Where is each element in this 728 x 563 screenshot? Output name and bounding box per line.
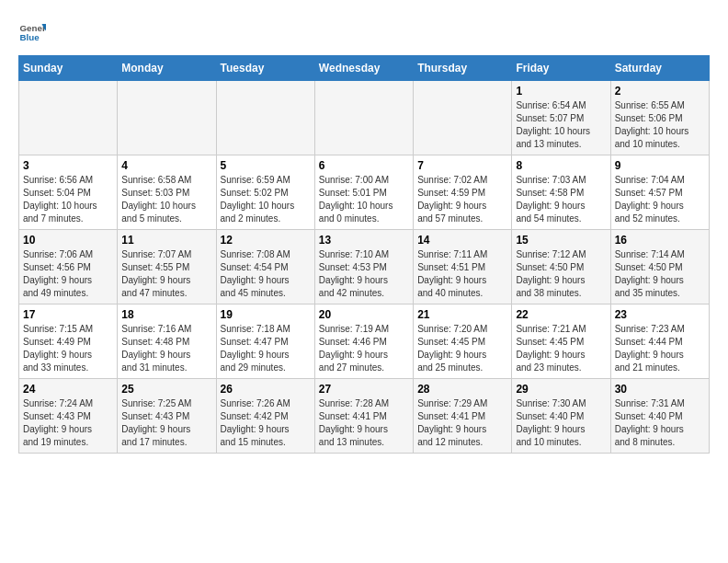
day-info: Sunrise: 6:55 AM Sunset: 5:06 PM Dayligh… (615, 99, 705, 151)
calendar-cell: 25Sunrise: 7:25 AM Sunset: 4:43 PM Dayli… (118, 379, 216, 454)
header-day: Tuesday (216, 56, 314, 81)
day-info: Sunrise: 7:28 AM Sunset: 4:41 PM Dayligh… (319, 397, 409, 449)
header-row: SundayMondayTuesdayWednesdayThursdayFrid… (19, 56, 710, 81)
calendar-cell: 5Sunrise: 6:59 AM Sunset: 5:02 PM Daylig… (216, 155, 314, 230)
calendar-cell: 13Sunrise: 7:10 AM Sunset: 4:53 PM Dayli… (314, 230, 413, 304)
day-info: Sunrise: 7:03 AM Sunset: 4:58 PM Dayligh… (516, 174, 606, 225)
day-info: Sunrise: 7:31 AM Sunset: 4:40 PM Dayligh… (615, 397, 705, 449)
day-number: 29 (516, 383, 606, 396)
calendar-cell: 24Sunrise: 7:24 AM Sunset: 4:43 PM Dayli… (19, 379, 118, 454)
logo-icon: General Blue (18, 18, 46, 46)
calendar-cell: 17Sunrise: 7:15 AM Sunset: 4:49 PM Dayli… (19, 304, 118, 379)
day-number: 9 (615, 159, 705, 172)
day-number: 1 (516, 85, 606, 98)
calendar-header: SundayMondayTuesdayWednesdayThursdayFrid… (19, 56, 710, 81)
calendar-cell: 23Sunrise: 7:23 AM Sunset: 4:44 PM Dayli… (610, 304, 709, 379)
calendar-cell (216, 81, 314, 155)
calendar-cell: 2Sunrise: 6:55 AM Sunset: 5:06 PM Daylig… (610, 81, 709, 155)
logo: General Blue (18, 18, 50, 46)
calendar-table: SundayMondayTuesdayWednesdayThursdayFrid… (18, 55, 710, 454)
calendar-cell: 27Sunrise: 7:28 AM Sunset: 4:41 PM Dayli… (314, 379, 413, 454)
calendar-cell: 9Sunrise: 7:04 AM Sunset: 4:57 PM Daylig… (610, 155, 709, 230)
calendar-cell: 26Sunrise: 7:26 AM Sunset: 4:42 PM Dayli… (216, 379, 314, 454)
day-info: Sunrise: 7:00 AM Sunset: 5:01 PM Dayligh… (319, 174, 409, 225)
day-info: Sunrise: 6:56 AM Sunset: 5:04 PM Dayligh… (23, 174, 113, 225)
day-number: 26 (221, 383, 311, 396)
calendar-cell (19, 81, 118, 155)
day-info: Sunrise: 6:59 AM Sunset: 5:02 PM Dayligh… (221, 174, 311, 225)
day-number: 24 (23, 383, 113, 396)
day-info: Sunrise: 7:11 AM Sunset: 4:51 PM Dayligh… (417, 248, 507, 300)
day-info: Sunrise: 6:54 AM Sunset: 5:07 PM Dayligh… (516, 99, 606, 151)
calendar-cell: 1Sunrise: 6:54 AM Sunset: 5:07 PM Daylig… (512, 81, 610, 155)
calendar-cell: 19Sunrise: 7:18 AM Sunset: 4:47 PM Dayli… (216, 304, 314, 379)
calendar-body: 1Sunrise: 6:54 AM Sunset: 5:07 PM Daylig… (19, 81, 710, 454)
day-info: Sunrise: 7:04 AM Sunset: 4:57 PM Dayligh… (615, 174, 705, 225)
calendar-week: 17Sunrise: 7:15 AM Sunset: 4:49 PM Dayli… (19, 304, 710, 379)
header-day: Saturday (610, 56, 709, 81)
day-info: Sunrise: 7:10 AM Sunset: 4:53 PM Dayligh… (319, 248, 409, 300)
day-number: 2 (615, 85, 705, 98)
calendar-cell: 21Sunrise: 7:20 AM Sunset: 4:45 PM Dayli… (414, 304, 512, 379)
day-number: 27 (319, 383, 409, 396)
calendar-cell: 11Sunrise: 7:07 AM Sunset: 4:55 PM Dayli… (118, 230, 216, 304)
calendar-week: 1Sunrise: 6:54 AM Sunset: 5:07 PM Daylig… (19, 81, 710, 155)
day-number: 10 (23, 234, 113, 247)
day-info: Sunrise: 7:18 AM Sunset: 4:47 PM Dayligh… (221, 323, 311, 374)
day-number: 8 (516, 159, 606, 172)
day-info: Sunrise: 7:20 AM Sunset: 4:45 PM Dayligh… (417, 323, 507, 374)
day-info: Sunrise: 7:19 AM Sunset: 4:46 PM Dayligh… (319, 323, 409, 374)
day-info: Sunrise: 7:23 AM Sunset: 4:44 PM Dayligh… (615, 323, 705, 374)
day-number: 7 (417, 159, 507, 172)
calendar-cell: 15Sunrise: 7:12 AM Sunset: 4:50 PM Dayli… (512, 230, 610, 304)
calendar-week: 3Sunrise: 6:56 AM Sunset: 5:04 PM Daylig… (19, 155, 710, 230)
day-number: 11 (121, 234, 211, 247)
day-number: 13 (319, 234, 409, 247)
calendar-cell: 30Sunrise: 7:31 AM Sunset: 4:40 PM Dayli… (610, 379, 709, 454)
calendar-cell: 6Sunrise: 7:00 AM Sunset: 5:01 PM Daylig… (314, 155, 413, 230)
calendar-cell: 16Sunrise: 7:14 AM Sunset: 4:50 PM Dayli… (610, 230, 709, 304)
day-number: 15 (516, 234, 606, 247)
header-day: Thursday (414, 56, 512, 81)
day-number: 28 (417, 383, 507, 396)
day-number: 12 (221, 234, 311, 247)
calendar-cell: 10Sunrise: 7:06 AM Sunset: 4:56 PM Dayli… (19, 230, 118, 304)
header-day: Sunday (19, 56, 118, 81)
day-number: 22 (516, 308, 606, 321)
day-number: 18 (121, 308, 211, 321)
calendar-cell: 18Sunrise: 7:16 AM Sunset: 4:48 PM Dayli… (118, 304, 216, 379)
day-info: Sunrise: 7:02 AM Sunset: 4:59 PM Dayligh… (417, 174, 507, 225)
header-day: Wednesday (314, 56, 413, 81)
day-number: 25 (121, 383, 211, 396)
day-number: 23 (615, 308, 705, 321)
header: General Blue (18, 18, 710, 46)
calendar-cell: 8Sunrise: 7:03 AM Sunset: 4:58 PM Daylig… (512, 155, 610, 230)
day-number: 3 (23, 159, 113, 172)
day-info: Sunrise: 6:58 AM Sunset: 5:03 PM Dayligh… (121, 174, 211, 225)
day-info: Sunrise: 7:29 AM Sunset: 4:41 PM Dayligh… (417, 397, 507, 449)
day-info: Sunrise: 7:07 AM Sunset: 4:55 PM Dayligh… (121, 248, 211, 300)
day-info: Sunrise: 7:30 AM Sunset: 4:40 PM Dayligh… (516, 397, 606, 449)
calendar-cell (414, 81, 512, 155)
day-number: 20 (319, 308, 409, 321)
day-number: 5 (221, 159, 311, 172)
day-number: 19 (221, 308, 311, 321)
svg-text:Blue: Blue (20, 32, 40, 42)
day-info: Sunrise: 7:26 AM Sunset: 4:42 PM Dayligh… (221, 397, 311, 449)
calendar-cell: 4Sunrise: 6:58 AM Sunset: 5:03 PM Daylig… (118, 155, 216, 230)
day-info: Sunrise: 7:24 AM Sunset: 4:43 PM Dayligh… (23, 397, 113, 449)
calendar-cell: 22Sunrise: 7:21 AM Sunset: 4:45 PM Dayli… (512, 304, 610, 379)
day-number: 14 (417, 234, 507, 247)
calendar-week: 10Sunrise: 7:06 AM Sunset: 4:56 PM Dayli… (19, 230, 710, 304)
calendar-cell: 20Sunrise: 7:19 AM Sunset: 4:46 PM Dayli… (314, 304, 413, 379)
header-day: Monday (118, 56, 216, 81)
calendar-cell: 28Sunrise: 7:29 AM Sunset: 4:41 PM Dayli… (414, 379, 512, 454)
calendar-week: 24Sunrise: 7:24 AM Sunset: 4:43 PM Dayli… (19, 379, 710, 454)
day-info: Sunrise: 7:14 AM Sunset: 4:50 PM Dayligh… (615, 248, 705, 300)
day-info: Sunrise: 7:25 AM Sunset: 4:43 PM Dayligh… (121, 397, 211, 449)
day-info: Sunrise: 7:15 AM Sunset: 4:49 PM Dayligh… (23, 323, 113, 374)
day-number: 6 (319, 159, 409, 172)
header-day: Friday (512, 56, 610, 81)
calendar-cell: 12Sunrise: 7:08 AM Sunset: 4:54 PM Dayli… (216, 230, 314, 304)
day-info: Sunrise: 7:08 AM Sunset: 4:54 PM Dayligh… (221, 248, 311, 300)
